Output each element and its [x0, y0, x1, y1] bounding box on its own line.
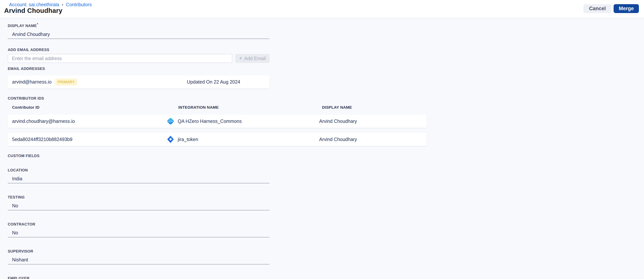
custom-fields-section: CUSTOM FIELDS LOCATION TESTING CONTRACTO… [8, 154, 644, 279]
chevron-right-icon: › [62, 2, 63, 7]
breadcrumb-account-link[interactable]: Account: sai.cheethirala [9, 2, 59, 7]
email-updated-on: Updated On 22 Aug 2024 [187, 79, 240, 85]
jira-icon [166, 135, 175, 143]
primary-badge: PRIMARY [55, 79, 77, 85]
plus-icon: + [239, 55, 242, 61]
display-name-label-text: DISPLAY NAME [8, 24, 37, 28]
email-address-value: arvind@harness.io [12, 79, 52, 85]
email-address-row: arvind@harness.io PRIMARY Updated On 22 … [8, 75, 270, 89]
email-addresses-section: EMAIL ADDRESSES arvind@harness.io PRIMAR… [8, 67, 644, 89]
location-input[interactable] [8, 174, 270, 183]
integration-cell: </> QA HZero Harness_Commons [166, 117, 312, 125]
location-label: LOCATION [8, 168, 270, 172]
supervisor-input[interactable] [8, 255, 270, 264]
breadcrumb-contributors-link[interactable]: Contributors [66, 2, 92, 7]
contributor-id-value: 5eda80244ff3210b882493b9 [12, 137, 166, 142]
employer-label: EMPLOYER [8, 276, 270, 279]
main-content: DISPLAY NAME* ADD EMAIL ADDRESS + Add Em… [0, 18, 644, 279]
custom-field-contractor: CONTRACTOR [8, 222, 270, 237]
topbar-actions: Cancel Merge [584, 4, 639, 13]
supervisor-label: SUPERVISOR [8, 249, 270, 253]
code-integration-icon: </> [166, 117, 175, 125]
cancel-button[interactable]: Cancel [584, 4, 612, 13]
display-name-input[interactable] [8, 30, 270, 39]
contractor-label: CONTRACTOR [8, 222, 270, 226]
custom-field-employer: EMPLOYER [8, 276, 270, 279]
integration-name-value: jira_token [178, 137, 198, 142]
add-email-button[interactable]: + Add Email [235, 54, 270, 63]
display-name-value: Arvind Choudhary [312, 137, 427, 142]
required-asterisk: * [37, 22, 38, 26]
contributor-ids-section: CONTRIBUTOR IDS Contributor ID INTEGRATI… [8, 96, 644, 146]
breadcrumb: Account: sai.cheethirala › Contributors [9, 2, 92, 7]
column-header-display-name: DISPLAY NAME [312, 105, 427, 110]
contractor-input[interactable] [8, 228, 270, 237]
column-header-contributor-id: Contributor ID [12, 105, 166, 110]
custom-field-testing: TESTING [8, 195, 270, 210]
integration-cell: jira_token [166, 135, 312, 143]
custom-field-supervisor: SUPERVISOR [8, 249, 270, 264]
column-header-integration-name: INTEGRATION NAME [166, 105, 312, 110]
contributor-ids-table-header: Contributor ID INTEGRATION NAME DISPLAY … [8, 105, 427, 110]
add-email-label: ADD EMAIL ADDRESS [8, 48, 644, 52]
page-title: Arvind Choudhary [4, 7, 62, 14]
custom-fields-label: CUSTOM FIELDS [8, 154, 644, 158]
testing-label: TESTING [8, 195, 270, 199]
table-row: arvind.choudhary@harness.io </> QA HZero… [8, 115, 427, 128]
integration-name-value: QA HZero Harness_Commons [178, 119, 242, 124]
display-name-value: Arvind Choudhary [312, 119, 427, 124]
add-email-section: ADD EMAIL ADDRESS + Add Email [8, 48, 644, 63]
table-row: 5eda80244ff3210b882493b9 jira_token Arvi… [8, 133, 427, 146]
display-name-label: DISPLAY NAME* [8, 24, 270, 28]
top-bar: Account: sai.cheethirala › Contributors … [0, 0, 644, 18]
custom-field-location: LOCATION [8, 168, 270, 183]
add-email-row: + Add Email [8, 54, 644, 63]
email-address-input[interactable] [8, 54, 232, 63]
email-addresses-label: EMAIL ADDRESSES [8, 67, 644, 71]
display-name-field: DISPLAY NAME* [8, 24, 270, 39]
merge-button[interactable]: Merge [614, 4, 639, 13]
contributor-ids-label: CONTRIBUTOR IDS [8, 96, 644, 101]
svg-text:</>: </> [168, 120, 172, 123]
contributor-id-value: arvind.choudhary@harness.io [12, 119, 166, 124]
add-email-button-label: Add Email [244, 56, 266, 61]
testing-input[interactable] [8, 201, 270, 210]
